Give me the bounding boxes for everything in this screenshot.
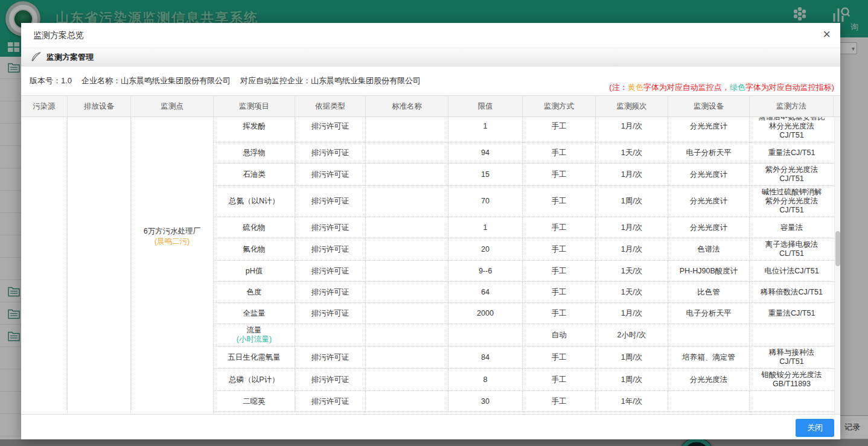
cell-monitor-method: 钼酸铵分光光度法GB/T11893 <box>750 369 834 390</box>
cell-standard-name <box>366 186 448 217</box>
table-header-row: 污染源 排放设备 监测点 监测项目 依据类型 标准名称 限值 监测方式 监测频次… <box>21 95 840 117</box>
cell-basis-type: 排污许可证 <box>295 261 366 281</box>
cell-standard-name <box>366 369 448 390</box>
cell-standard-name <box>366 391 448 412</box>
cell-monitor-item: 挥发酚 <box>214 117 295 142</box>
table-row: 流量(小时流量) 自动 2小时/次 <box>214 324 834 346</box>
cell-standard-name <box>366 217 448 238</box>
cell-limit: 1 <box>448 217 523 238</box>
cell-monitor-frequency: 1天/次 <box>596 261 668 281</box>
cell-monitor-device <box>668 324 750 346</box>
cell-basis-type: 排污许可证 <box>295 282 366 302</box>
cell-limit: 84 <box>448 346 523 368</box>
cell-monitor-method: 重量法CJ/T51 <box>750 303 834 323</box>
cell-monitor-item: 五日生化需氧量 <box>214 346 295 368</box>
close-icon[interactable]: × <box>823 28 831 41</box>
cell-limit: 20 <box>448 238 523 260</box>
cell-monitor-frequency: 1月/次 <box>596 117 668 142</box>
cell-basis-type: 排污许可证 <box>295 369 366 390</box>
cell-monitor-item: 悬浮物 <box>214 142 295 163</box>
version-value: 1.0 <box>61 76 72 85</box>
cell-monitor-mode: 自动 <box>523 324 596 346</box>
table-row: 悬浮物 排污许可证 94 手工 1天/次 电子分析天平 重量法CJ/T51 <box>214 142 834 164</box>
cell-monitor-device: 色谱法 <box>668 238 750 260</box>
cell-limit: 70 <box>448 186 523 217</box>
table-row: 硫化物 排污许可证 1 手工 1月/次 分光光度计 容量法 <box>214 217 834 238</box>
cell-monitor-device: 电子分析天平 <box>668 142 750 163</box>
cell-monitor-item: 色度 <box>214 282 295 302</box>
cell-monitor-method: 紫外分光光度法CJ/T51 <box>750 164 834 185</box>
cell-standard-name <box>366 261 448 281</box>
cell-limit: 15 <box>448 164 523 185</box>
cell-monitor-frequency: 1周/次 <box>596 369 668 390</box>
pen-icon <box>31 52 41 62</box>
cell-basis-type: 排污许可证 <box>295 186 366 217</box>
cell-monitor-mode: 手工 <box>523 142 596 163</box>
table-row: 色度 排污许可证 64 手工 1天/次 比色管 稀释倍数法CJ/T51 <box>214 282 834 303</box>
col-header-limit: 限值 <box>448 96 523 116</box>
cell-basis-type <box>295 324 366 346</box>
cell-monitor-device: 分光光度法 <box>668 369 750 390</box>
cell-monitor-device: 电子分析天平 <box>668 303 750 323</box>
col-header-standard-name: 标准名称 <box>366 96 448 116</box>
cell-monitor-device <box>668 391 750 412</box>
cell-monitor-method: 电位计法CJ/T51 <box>750 261 834 281</box>
cell-standard-name <box>366 324 448 346</box>
cell-monitor-method <box>750 324 834 346</box>
discharge-equipment-cell <box>68 117 131 414</box>
modal-title: 监测方案总览 <box>33 30 84 40</box>
cell-monitor-frequency: 1天/次 <box>596 282 668 302</box>
table-rows: 挥发酚 排污许可证 1 手工 1月/次 分光光度计 蒸馏后4-氨基安替比林分光光… <box>214 117 834 414</box>
version-pair: 版本号：1.0 <box>30 75 72 86</box>
section-header: 监测方案管理 <box>21 48 840 66</box>
cell-basis-type: 排污许可证 <box>295 238 366 260</box>
col-header-monitor-point: 监测点 <box>131 96 214 116</box>
col-header-monitor-method: 监测方法 <box>750 96 834 116</box>
table-row: 总氮（以N计） 排污许可证 70 手工 1周/次 分光光度计 碱性过硫酸钾消解紫… <box>214 186 834 217</box>
cell-monitor-device: 分光光度计 <box>668 186 750 217</box>
table-row: 挥发酚 排污许可证 1 手工 1月/次 分光光度计 蒸馏后4-氨基安替比林分光光… <box>214 117 834 142</box>
cell-monitor-frequency: 1周/次 <box>596 346 668 368</box>
cell-monitor-frequency: 1周/次 <box>596 186 668 217</box>
cell-monitor-device: 分光光度计 <box>668 164 750 185</box>
table-content: 6万方污水处理厂 (晨鸣二污) 挥发酚 排污许可证 1 手工 1月/次 分光光度… <box>21 117 834 414</box>
cell-limit <box>448 324 523 346</box>
info-row: 版本号：1.0 企业名称：山东晨鸣纸业集团股份有限公司 对应自动监控企业：山东晨… <box>21 66 840 95</box>
cell-monitor-frequency: 1年/次 <box>596 391 668 412</box>
cell-monitor-item: 硫化物 <box>214 217 295 238</box>
cell-standard-name <box>366 164 448 185</box>
table-scrollbar-track[interactable] <box>834 117 840 414</box>
table-scrollbar-thumb[interactable] <box>835 231 840 266</box>
auto-company-value: 山东晨鸣纸业集团股份有限公司 <box>311 76 421 85</box>
cell-monitor-device: 分光光度计 <box>668 117 750 142</box>
cell-monitor-item: 总磷（以P计） <box>214 369 295 390</box>
cell-monitor-mode: 手工 <box>523 261 596 281</box>
table-body-viewport: 6万方污水处理厂 (晨鸣二污) 挥发酚 排污许可证 1 手工 1月/次 分光光度… <box>21 117 840 414</box>
monitor-point-name: 6万方污水处理厂 <box>144 226 200 237</box>
col-header-filler <box>834 96 840 116</box>
monitoring-plan-modal: 监测方案总览 × 监测方案管理 版本号：1.0 企业名称：山东晨鸣纸业集团股份有… <box>21 23 840 439</box>
cell-monitor-method <box>750 391 834 412</box>
col-header-pollution-source: 污染源 <box>21 96 68 116</box>
close-button[interactable]: 关闭 <box>796 419 834 437</box>
cell-monitor-mode: 手工 <box>523 117 596 142</box>
col-header-discharge-equipment: 排放设备 <box>68 96 131 116</box>
cell-monitor-method: 稀释与接种法CJ/T51 <box>750 346 834 368</box>
section-title: 监测方案管理 <box>46 52 94 63</box>
monitor-point-cell: 6万方污水处理厂 (晨鸣二污) <box>131 117 214 414</box>
cell-limit: 1 <box>448 117 523 142</box>
table-row: 总磷（以P计） 排污许可证 8 手工 1周/次 分光光度法 钼酸铵分光光度法GB… <box>214 369 834 391</box>
cell-monitor-mode: 手工 <box>523 346 596 368</box>
cell-monitor-item: 二噁英 <box>214 391 295 412</box>
cell-monitor-device: 比色管 <box>668 282 750 302</box>
cell-monitor-mode: 手工 <box>523 217 596 238</box>
cell-monitor-device: 分光光度计 <box>668 217 750 238</box>
cell-monitor-mode: 手工 <box>523 238 596 260</box>
cell-basis-type: 排污许可证 <box>295 217 366 238</box>
cell-monitor-item: 氟化物 <box>214 238 295 260</box>
cell-basis-type: 排污许可证 <box>295 164 366 185</box>
cell-standard-name <box>366 282 448 302</box>
cell-monitor-method: 蒸馏后4-氨基安替比林分光光度法CJ/T51 <box>750 117 834 142</box>
cell-monitor-mode: 手工 <box>523 186 596 217</box>
cell-standard-name <box>366 238 448 260</box>
